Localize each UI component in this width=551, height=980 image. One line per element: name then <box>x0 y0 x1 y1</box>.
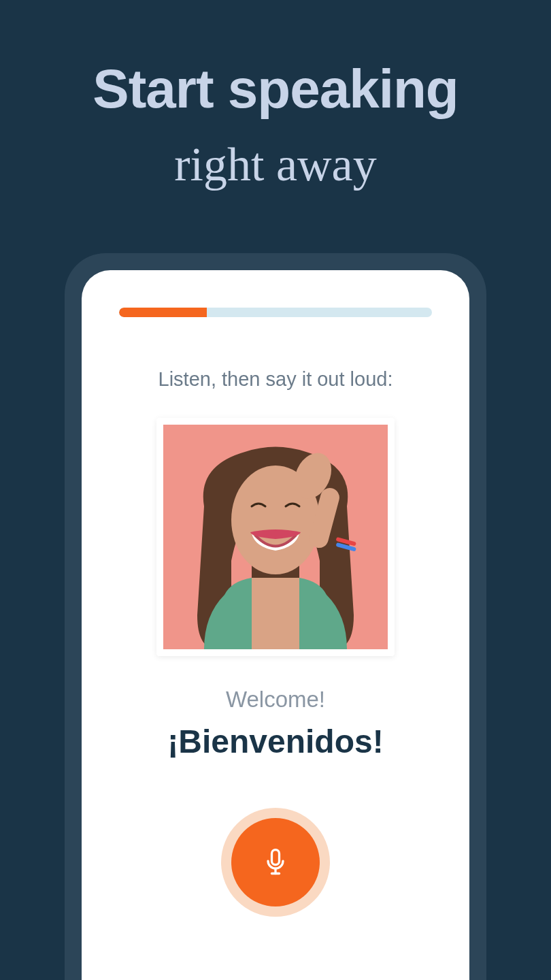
lesson-image <box>163 425 388 649</box>
translation-text: Welcome! <box>226 687 325 713</box>
mic-button-outer-ring <box>221 808 330 917</box>
phone-screen: Listen, then say it out loud: <box>82 270 469 980</box>
promo-headline: Start speaking right away <box>93 58 458 192</box>
phone-mockup: Listen, then say it out loud: <box>65 253 486 980</box>
instruction-text: Listen, then say it out loud: <box>158 368 393 391</box>
lesson-image-card <box>156 418 395 656</box>
target-phrase-text: ¡Bienvenidos! <box>167 723 383 760</box>
phone-frame: Listen, then say it out loud: <box>65 253 486 980</box>
headline-serif-text: right away <box>93 137 458 192</box>
headline-bold-text: Start speaking <box>93 58 458 120</box>
microphone-icon <box>261 847 290 877</box>
lesson-progress-bar <box>119 308 432 317</box>
lesson-progress-fill <box>119 308 207 317</box>
svg-rect-6 <box>272 850 280 865</box>
microphone-button[interactable] <box>231 818 320 906</box>
